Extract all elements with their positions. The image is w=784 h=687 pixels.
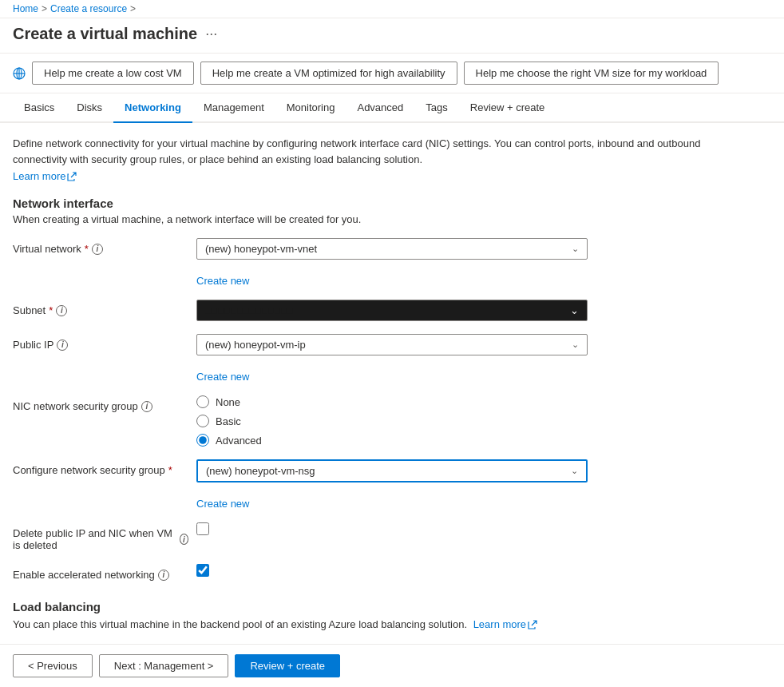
virtual-network-row: Virtual network * i (new) honeypot-vm-vn… (13, 238, 706, 287)
external-link-icon (67, 172, 77, 181)
nsg-dropdown-arrow: ⌄ (571, 466, 578, 476)
help-buttons-bar: Help me create a low cost VM Help me cre… (0, 54, 784, 93)
help-btn-vm-size[interactable]: Help me choose the right VM size for my … (464, 62, 719, 85)
nic-nsg-label: NIC network security group i (13, 395, 188, 412)
breadcrumb: Home > Create a resource > (0, 0, 784, 18)
delete-public-ip-label: Delete public IP and NIC when VM is dele… (13, 522, 188, 551)
load-balancing-title: Load balancing (13, 600, 706, 614)
subnet-row: Subnet * i ■■■■■■■■■■■■■■ ⌄ (13, 300, 706, 321)
accelerated-networking-control (196, 564, 706, 577)
tab-networking[interactable]: Networking (113, 93, 192, 123)
delete-public-ip-checkbox[interactable] (196, 522, 209, 535)
globe-icon (13, 67, 26, 80)
delete-public-ip-row: Delete public IP and NIC when VM is dele… (13, 522, 706, 551)
nic-nsg-row: NIC network security group i None Basic … (13, 395, 706, 447)
tab-disks[interactable]: Disks (65, 93, 113, 123)
page-title: Create a virtual machine (13, 25, 197, 43)
accelerated-networking-checkbox[interactable] (196, 564, 209, 577)
subnet-dropdown[interactable]: ■■■■■■■■■■■■■■ ⌄ (196, 300, 588, 321)
tab-review-create[interactable]: Review + create (459, 93, 556, 123)
review-create-button[interactable]: Review + create (235, 654, 340, 677)
load-balancing-section: Load balancing You can place this virtua… (13, 600, 706, 633)
main-content: Define network connectivity for your vir… (0, 123, 719, 687)
public-ip-info-icon[interactable]: i (57, 340, 68, 351)
next-button[interactable]: Next : Management > (99, 654, 229, 677)
virtual-network-info-icon[interactable]: i (92, 244, 103, 255)
previous-button[interactable]: < Previous (13, 654, 93, 677)
configure-nsg-row: Configure network security group * (new)… (13, 459, 706, 510)
configure-nsg-dropdown[interactable]: (new) honeypot-vm-nsg ⌄ (196, 459, 588, 482)
tab-monitoring[interactable]: Monitoring (275, 93, 346, 123)
accelerated-networking-info-icon[interactable]: i (158, 570, 169, 581)
public-ip-label: Public IP i (13, 334, 188, 351)
delete-public-ip-control (196, 522, 706, 535)
public-ip-create-new[interactable]: Create new (196, 371, 249, 383)
tab-tags[interactable]: Tags (414, 93, 458, 123)
nic-nsg-control: None Basic Advanced (196, 395, 706, 447)
page-options-dots[interactable]: ··· (205, 26, 217, 42)
virtual-network-label: Virtual network * i (13, 238, 188, 255)
accelerated-networking-label: Enable accelerated networking i (13, 564, 188, 581)
configure-nsg-control: (new) honeypot-vm-nsg ⌄ Create new (196, 459, 706, 510)
virtual-network-control: (new) honeypot-vm-vnet ⌄ Create new (196, 238, 706, 287)
help-btn-high-availability[interactable]: Help me create a VM optimized for high a… (200, 62, 457, 85)
network-interface-desc: When creating a virtual machine, a netwo… (13, 213, 706, 225)
tab-advanced[interactable]: Advanced (346, 93, 414, 123)
nic-nsg-info-icon[interactable]: i (141, 401, 152, 412)
public-ip-row: Public IP i (new) honeypot-vm-ip ⌄ Creat… (13, 334, 706, 383)
lb-external-link-icon (528, 620, 537, 629)
learn-more-link[interactable]: Learn more (13, 170, 77, 182)
subnet-control: ■■■■■■■■■■■■■■ ⌄ (196, 300, 706, 321)
network-interface-title: Network interface (13, 197, 706, 210)
configure-nsg-label: Configure network security group * (13, 459, 188, 476)
subnet-dropdown-arrow: ⌄ (570, 304, 579, 316)
nic-nsg-radio-group: None Basic Advanced (196, 395, 706, 447)
load-balancing-desc: You can place this virtual machine in th… (13, 617, 706, 633)
breadcrumb-create-resource[interactable]: Create a resource (50, 3, 127, 14)
tab-bar: Basics Disks Networking Management Monit… (0, 93, 784, 123)
tab-basics[interactable]: Basics (13, 93, 65, 123)
virtual-network-create-new[interactable]: Create new (196, 275, 249, 287)
public-ip-control: (new) honeypot-vm-ip ⌄ Create new (196, 334, 706, 383)
section-description: Define network connectivity for your vir… (13, 136, 706, 167)
public-ip-dropdown-arrow: ⌄ (572, 340, 579, 350)
subnet-label: Subnet * i (13, 300, 188, 316)
subnet-info-icon[interactable]: i (56, 305, 67, 316)
dropdown-arrow: ⌄ (572, 244, 579, 254)
nic-nsg-basic[interactable]: Basic (196, 415, 706, 427)
page-header: Create a virtual machine ··· (0, 18, 784, 54)
load-balancing-learn-more[interactable]: Learn more (473, 617, 537, 633)
accelerated-networking-row: Enable accelerated networking i (13, 564, 706, 581)
help-btn-low-cost[interactable]: Help me create a low cost VM (32, 62, 194, 85)
breadcrumb-home[interactable]: Home (13, 3, 38, 14)
tab-management[interactable]: Management (192, 93, 275, 123)
delete-public-ip-info-icon[interactable]: i (180, 534, 188, 545)
footer-bar: < Previous Next : Management > Review + … (0, 644, 784, 687)
public-ip-dropdown[interactable]: (new) honeypot-vm-ip ⌄ (196, 334, 588, 355)
nic-nsg-advanced[interactable]: Advanced (196, 434, 706, 447)
virtual-network-dropdown[interactable]: (new) honeypot-vm-vnet ⌄ (196, 238, 588, 260)
nic-nsg-none[interactable]: None (196, 395, 706, 408)
configure-nsg-create-new[interactable]: Create new (196, 498, 249, 510)
